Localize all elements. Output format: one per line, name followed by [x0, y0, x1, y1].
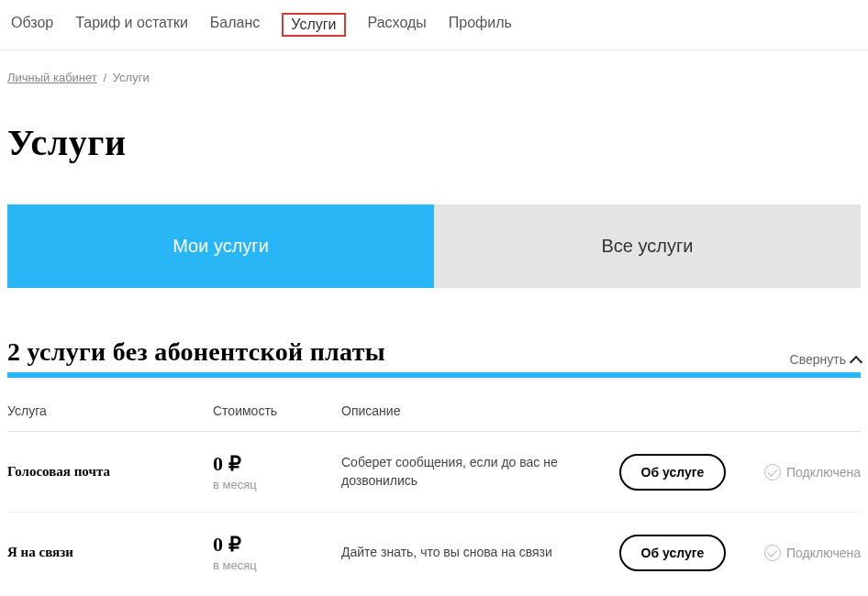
table-header: Услуга Стоимость Описание	[7, 392, 861, 432]
service-name: Я на связи	[7, 545, 213, 560]
table-row: Я на связи 0 ₽ в месяц Дайте знать, что …	[7, 513, 861, 592]
table-row: Голосовая почта 0 ₽ в месяц Соберет сооб…	[7, 432, 861, 513]
service-price: 0 ₽	[213, 533, 341, 557]
service-period: в месяц	[213, 478, 341, 491]
service-price: 0 ₽	[213, 452, 341, 476]
status-label: Подключена	[786, 465, 861, 480]
tab-my-services[interactable]: Мои услуги	[7, 204, 434, 288]
nav-overview[interactable]: Обзор	[11, 13, 53, 37]
breadcrumb-sep: /	[103, 71, 106, 84]
about-service-button[interactable]: Об услуге	[619, 535, 727, 571]
about-service-button[interactable]: Об услуге	[619, 454, 727, 491]
th-name: Услуга	[7, 403, 213, 418]
service-action: Об услуге	[613, 535, 732, 571]
nav-services[interactable]: Услуги	[282, 13, 345, 37]
breadcrumb: Личный кабинет / Услуги	[7, 50, 861, 88]
nav-expenses[interactable]: Расходы	[368, 13, 427, 37]
nav-balance[interactable]: Баланс	[210, 13, 260, 37]
collapse-toggle[interactable]: Свернуть	[790, 352, 861, 367]
service-name: Голосовая почта	[7, 464, 213, 480]
check-icon	[764, 545, 781, 561]
top-nav: Обзор Тариф и остатки Баланс Услуги Расх…	[0, 0, 868, 50]
breadcrumb-home[interactable]: Личный кабинет	[7, 71, 97, 84]
service-action: Об услуге	[613, 454, 732, 491]
nav-tariff[interactable]: Тариф и остатки	[75, 13, 188, 37]
collapse-label: Свернуть	[790, 352, 846, 367]
service-cost: 0 ₽ в месяц	[213, 452, 341, 491]
service-status: Подключена	[732, 464, 861, 480]
check-icon	[764, 464, 781, 480]
th-desc: Описание	[341, 403, 613, 418]
chevron-up-icon	[850, 356, 862, 369]
tabs: Мои услуги Все услуги	[7, 204, 861, 288]
nav-profile[interactable]: Профиль	[449, 13, 512, 37]
breadcrumb-current: Услуги	[113, 71, 150, 84]
page-title: Услуги	[7, 121, 861, 164]
service-period: в месяц	[213, 558, 341, 572]
service-desc: Соберет сообщения, если до вас не дозвон…	[341, 454, 613, 490]
tab-all-services[interactable]: Все услуги	[434, 204, 861, 288]
section-header: 2 услуги без абонентской платы Свернуть	[7, 337, 861, 378]
th-cost: Стоимость	[213, 403, 341, 418]
service-status: Подключена	[732, 545, 861, 561]
section-title: 2 услуги без абонентской платы	[7, 337, 385, 367]
service-cost: 0 ₽ в месяц	[213, 533, 341, 572]
service-desc: Дайте знать, что вы снова на связи	[341, 544, 613, 562]
status-label: Подключена	[786, 546, 861, 560]
